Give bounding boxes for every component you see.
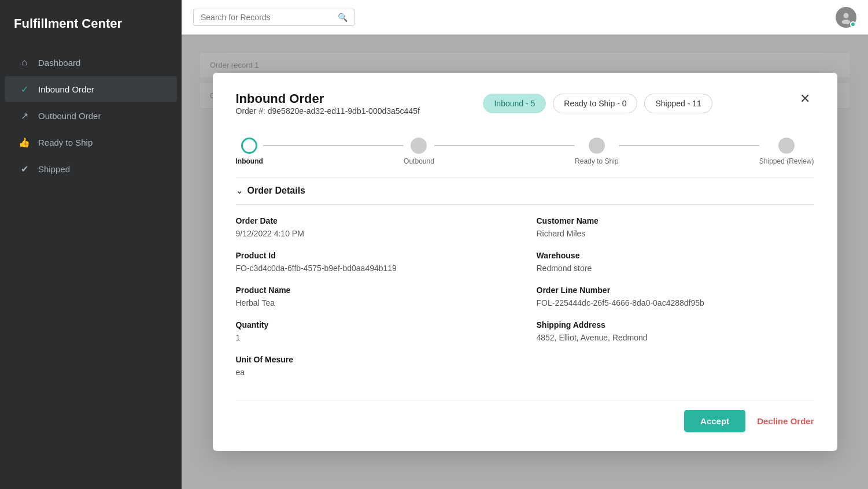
field-customer-name: Customer Name Richard Miles <box>537 216 814 238</box>
value-quantity: 1 <box>236 333 514 342</box>
step-circle-outbound <box>411 138 427 154</box>
sidebar-label-outbound-order: Outbound Order <box>38 111 101 121</box>
detail-left-col: Order Date 9/12/2022 4:10 PM Product Id … <box>236 216 514 390</box>
sidebar-label-dashboard: Dashboard <box>38 58 80 68</box>
value-order-date: 9/12/2022 4:10 PM <box>236 229 514 238</box>
step-shipped-review: Shipped (Review) <box>759 138 814 165</box>
label-product-id: Product Id <box>236 251 514 260</box>
field-product-name: Product Name Herbal Tea <box>236 286 514 308</box>
label-quantity: Quantity <box>236 320 514 329</box>
sidebar-item-dashboard[interactable]: ⌂ Dashboard <box>5 50 177 75</box>
topbar: 🔍 <box>182 0 868 35</box>
avatar <box>836 7 856 28</box>
badge-shipped[interactable]: Shipped - 11 <box>644 94 712 113</box>
svg-point-1 <box>842 20 851 24</box>
value-order-line-number: FOL-225444dc-26f5-4666-8da0-0ac4288df95b <box>537 298 814 308</box>
field-shipping-address: Shipping Address 4852, Elliot, Avenue, R… <box>537 320 814 342</box>
avatar-icon <box>840 11 852 24</box>
home-icon: ⌂ <box>19 57 30 68</box>
step-ready-to-ship: Ready to Ship <box>575 138 618 165</box>
sidebar-item-inbound-order[interactable]: ✓ Inbound Order <box>5 76 177 102</box>
modal-overlay: Inbound Order Order #: d9e5820e-ad32-ed1… <box>182 35 868 489</box>
search-icon: 🔍 <box>338 13 348 22</box>
step-label-shipped: Shipped (Review) <box>759 157 814 165</box>
field-warehouse: Warehouse Redmond store <box>537 251 814 273</box>
step-circle-inbound <box>241 138 257 154</box>
detail-right-col: Customer Name Richard Miles Warehouse Re… <box>537 216 814 390</box>
sidebar-label-shipped: Shipped <box>38 164 70 174</box>
ready-icon: 👍 <box>19 136 30 148</box>
stepper-track: Inbound Outbound Ready to Ship <box>236 138 814 165</box>
modal-title-group: Inbound Order Order #: d9e5820e-ad32-ed1… <box>236 91 420 126</box>
value-product-name: Herbal Tea <box>236 298 514 308</box>
accept-button[interactable]: Accept <box>684 410 745 432</box>
chevron-down-icon: ⌄ <box>236 186 243 195</box>
step-label-inbound: Inbound <box>236 157 263 165</box>
modal-header: Inbound Order Order #: d9e5820e-ad32-ed1… <box>236 91 814 126</box>
badge-ready-to-ship[interactable]: Ready to Ship - 0 <box>553 94 637 113</box>
section-label: Order Details <box>248 186 305 196</box>
stepper-line-1 <box>263 145 404 146</box>
field-product-id: Product Id FO-c3d4c0da-6ffb-4575-b9ef-bd… <box>236 251 514 273</box>
value-shipping-address: 4852, Elliot, Avenue, Redmond <box>537 333 814 342</box>
search-box[interactable]: 🔍 <box>193 9 355 26</box>
step-circle-shipped <box>778 138 795 154</box>
label-shipping-address: Shipping Address <box>537 320 814 329</box>
label-customer-name: Customer Name <box>537 216 814 225</box>
order-details-header[interactable]: ⌄ Order Details <box>236 177 814 205</box>
label-order-date: Order Date <box>236 216 514 225</box>
inbound-icon: ✓ <box>19 83 30 95</box>
status-badges-row: Inbound - 5 Ready to Ship - 0 Shipped - … <box>483 94 712 113</box>
field-order-date: Order Date 9/12/2022 4:10 PM <box>236 216 514 238</box>
modal-order-id: Order #: d9e5820e-ad32-ed11-9db1-000d3a5… <box>236 106 420 116</box>
step-label-ready: Ready to Ship <box>575 157 618 165</box>
step-circle-ready <box>589 138 605 154</box>
label-order-line-number: Order Line Number <box>537 286 814 295</box>
step-label-outbound: Outbound <box>404 157 434 165</box>
badge-inbound[interactable]: Inbound - 5 <box>483 94 546 113</box>
label-product-name: Product Name <box>236 286 514 295</box>
sidebar-nav: ⌂ Dashboard ✓ Inbound Order ↗ Outbound O… <box>0 50 182 181</box>
stepper-line-3 <box>619 145 759 146</box>
label-unit-of-measure: Unit Of Mesure <box>236 355 514 364</box>
step-inbound: Inbound <box>236 138 263 165</box>
app-title: Fulfillment Center <box>0 0 182 50</box>
search-input[interactable] <box>201 13 333 22</box>
svg-point-0 <box>844 13 849 18</box>
value-customer-name: Richard Miles <box>537 229 814 238</box>
sidebar: Fulfillment Center ⌂ Dashboard ✓ Inbound… <box>0 0 182 489</box>
outbound-icon: ↗ <box>19 110 30 121</box>
sidebar-item-outbound-order[interactable]: ↗ Outbound Order <box>5 103 177 128</box>
detail-grid: Order Date 9/12/2022 4:10 PM Product Id … <box>236 216 814 390</box>
content-area: Order record 1 Order record 2 Inbound Or… <box>182 35 868 489</box>
value-unit-of-measure: ea <box>236 368 514 377</box>
decline-button[interactable]: Decline Order <box>757 416 814 426</box>
stepper-line-2 <box>434 145 575 146</box>
step-outbound: Outbound <box>404 138 434 165</box>
sidebar-item-ready-to-ship[interactable]: 👍 Ready to Ship <box>5 129 177 155</box>
sidebar-label-ready-to-ship: Ready to Ship <box>38 138 93 147</box>
sidebar-item-shipped[interactable]: ✔ Shipped <box>5 156 177 181</box>
avatar-status-dot <box>850 21 856 27</box>
modal-footer: Accept Decline Order <box>236 400 814 432</box>
field-order-line-number: Order Line Number FOL-225444dc-26f5-4666… <box>537 286 814 308</box>
field-quantity: Quantity 1 <box>236 320 514 342</box>
value-warehouse: Redmond store <box>537 264 814 273</box>
modal-dialog: Inbound Order Order #: d9e5820e-ad32-ed1… <box>213 73 837 451</box>
modal-title: Inbound Order <box>236 91 420 106</box>
main-area: 🔍 Order record 1 Order record 2 Inbound … <box>182 0 868 489</box>
value-product-id: FO-c3d4c0da-6ffb-4575-b9ef-bd0aa494b119 <box>236 264 514 273</box>
close-button[interactable]: ✕ <box>796 91 814 106</box>
stepper: Inbound Outbound Ready to Ship <box>236 131 814 165</box>
sidebar-label-inbound-order: Inbound Order <box>38 84 94 94</box>
label-warehouse: Warehouse <box>537 251 814 260</box>
field-unit-of-measure: Unit Of Mesure ea <box>236 355 514 377</box>
shipped-icon: ✔ <box>19 163 30 175</box>
